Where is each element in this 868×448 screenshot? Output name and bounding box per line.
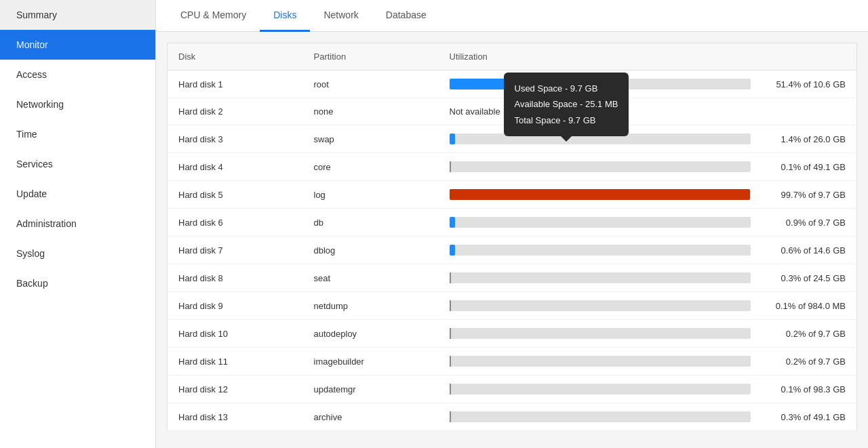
utilization-cell: 0.1% of 984.0 MB (439, 292, 857, 320)
disk-name: Hard disk 4 (167, 153, 303, 181)
partition-name: autodeploy (303, 320, 439, 348)
tab-cpu-memory[interactable]: CPU & Memory (167, 0, 260, 32)
util-bar-cell: 0.2% of 9.7 GB (450, 356, 846, 367)
util-bar-cell: 0.1% of 984.0 MB (450, 300, 846, 311)
bar-fill (450, 134, 456, 144)
sidebar-item-administration[interactable]: Administration (0, 209, 155, 239)
utilization-cell: 0.6% of 14.6 GB (439, 237, 857, 264)
partition-name: imagebuilder (303, 348, 439, 375)
table-row: Hard disk 9netdump0.1% of 984.0 MB (167, 292, 857, 320)
sidebar-item-monitor[interactable]: Monitor (0, 30, 155, 60)
bar-fill (450, 245, 456, 256)
util-bar-cell: 99.7% of 9.7 GB (450, 189, 846, 200)
table-row: Hard disk 5log99.7% of 9.7 GB (167, 181, 857, 209)
utilization-cell: 0.2% of 9.7 GB (439, 320, 857, 348)
disk-name: Hard disk 13 (167, 403, 303, 431)
bar-background (450, 161, 751, 172)
sidebar-item-time[interactable]: Time (0, 119, 155, 149)
table-row: Hard disk 10autodeploy0.2% of 9.7 GB (167, 320, 857, 348)
util-bar-cell: 0.3% of 49.1 GB (450, 411, 846, 422)
bar-background (450, 245, 751, 256)
bar-background: Used Space - 9.7 GBAvailable Space - 25.… (450, 134, 751, 144)
partition-name: core (303, 153, 439, 181)
disk-name: Hard disk 1 (167, 70, 303, 98)
tab-database[interactable]: Database (372, 0, 440, 32)
col-partition: Partition (303, 43, 439, 70)
bar-background (450, 272, 751, 283)
partition-name: seat (303, 264, 439, 292)
bar-fill (450, 272, 451, 283)
table-row: Hard disk 7dblog0.6% of 14.6 GB (167, 237, 857, 264)
disk-name: Hard disk 10 (167, 320, 303, 348)
sidebar-item-update[interactable]: Update (0, 179, 155, 209)
utilization-cell: Used Space - 9.7 GBAvailable Space - 25.… (439, 125, 857, 153)
not-available-text: Not available (450, 106, 500, 117)
util-bar-cell: 0.6% of 14.6 GB (450, 245, 846, 256)
col-utilization: Utilization (439, 43, 857, 70)
col-disk: Disk (167, 43, 303, 70)
table-row: Hard disk 6db0.9% of 9.7 GB (167, 209, 857, 237)
utilization-text: 0.1% of 984.0 MB (757, 301, 846, 311)
disk-name: Hard disk 11 (167, 348, 303, 375)
table-row: Hard disk 11imagebuilder0.2% of 9.7 GB (167, 348, 857, 375)
sidebar: SummaryMonitorAccessNetworkingTimeServic… (0, 0, 156, 448)
bar-background (450, 300, 751, 311)
bar-background (450, 189, 751, 200)
bar-fill (450, 161, 451, 172)
sidebar-item-summary[interactable]: Summary (0, 0, 155, 30)
tab-disks[interactable]: Disks (260, 0, 310, 32)
table-body: Hard disk 1root51.4% of 10.6 GBHard disk… (167, 70, 857, 431)
utilization-text: 0.3% of 24.5 GB (757, 273, 846, 283)
main-content: CPU & MemoryDisksNetworkDatabase Disk Pa… (156, 0, 868, 448)
partition-name: updatemgr (303, 375, 439, 403)
bar-background (450, 328, 751, 339)
partition-name: netdump (303, 292, 439, 320)
sidebar-item-syslog[interactable]: Syslog (0, 239, 155, 268)
table-row: Hard disk 2noneNot available (167, 98, 857, 125)
partition-name: archive (303, 403, 439, 431)
bar-background (450, 356, 751, 367)
bar-fill (450, 189, 750, 200)
bar-fill (450, 411, 451, 422)
table-container: Disk Partition Utilization Hard disk 1ro… (156, 32, 868, 448)
bar-fill (450, 300, 451, 311)
disk-name: Hard disk 9 (167, 292, 303, 320)
utilization-text: 0.3% of 49.1 GB (757, 412, 846, 422)
partition-name: root (303, 70, 439, 98)
tab-network[interactable]: Network (310, 0, 372, 32)
utilization-cell: 0.1% of 49.1 GB (439, 153, 857, 181)
utilization-text: 0.6% of 14.6 GB (757, 245, 846, 256)
partition-name: log (303, 181, 439, 209)
util-bar-cell: 0.1% of 49.1 GB (450, 161, 846, 172)
utilization-text: 0.1% of 49.1 GB (757, 162, 846, 172)
sidebar-item-backup[interactable]: Backup (0, 268, 155, 298)
partition-name: db (303, 209, 439, 237)
table-row: Hard disk 1root51.4% of 10.6 GB (167, 70, 857, 98)
disk-name: Hard disk 7 (167, 237, 303, 264)
sidebar-item-services[interactable]: Services (0, 149, 155, 179)
utilization-cell: 0.3% of 24.5 GB (439, 264, 857, 292)
sidebar-item-access[interactable]: Access (0, 60, 155, 89)
util-bar-cell: 0.2% of 9.7 GB (450, 328, 846, 339)
util-bar-cell: 0.3% of 24.5 GB (450, 272, 846, 283)
util-bar-cell: 0.9% of 9.7 GB (450, 217, 846, 228)
table-row: Hard disk 8seat0.3% of 24.5 GB (167, 264, 857, 292)
partition-name: dblog (303, 237, 439, 264)
utilization-cell: 0.2% of 9.7 GB (439, 348, 857, 375)
utilization-text: 1.4% of 26.0 GB (757, 134, 846, 144)
table-row: Hard disk 3swapUsed Space - 9.7 GBAvaila… (167, 125, 857, 153)
disk-name: Hard disk 2 (167, 98, 303, 125)
bar-fill (450, 217, 456, 228)
disk-name: Hard disk 6 (167, 209, 303, 237)
disks-table: Disk Partition Utilization Hard disk 1ro… (167, 43, 857, 431)
util-bar-cell: Used Space - 9.7 GBAvailable Space - 25.… (450, 134, 846, 144)
disk-name: Hard disk 12 (167, 375, 303, 403)
utilization-cell: 51.4% of 10.6 GB (439, 70, 857, 98)
utilization-text: 51.4% of 10.6 GB (757, 79, 846, 89)
util-bar-cell: 51.4% of 10.6 GB (450, 79, 846, 89)
sidebar-item-networking[interactable]: Networking (0, 89, 155, 119)
utilization-text: 0.2% of 9.7 GB (757, 357, 846, 367)
table-row: Hard disk 4core0.1% of 49.1 GB (167, 153, 857, 181)
tab-bar: CPU & MemoryDisksNetworkDatabase (156, 0, 868, 32)
bar-fill (450, 384, 451, 394)
